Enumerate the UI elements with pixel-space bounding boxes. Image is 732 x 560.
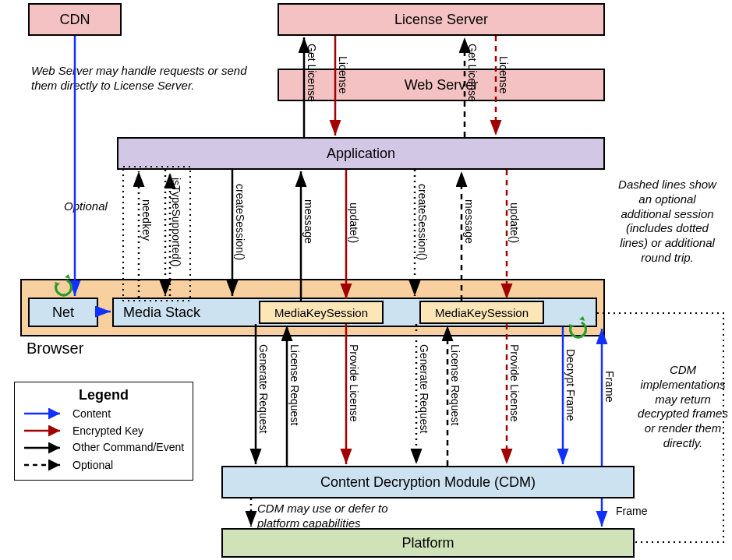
provide-license-1-label: Provide License xyxy=(348,344,360,422)
license-2-label: License xyxy=(497,56,510,93)
platform-box: Platform xyxy=(221,528,635,558)
update-2-label: update() xyxy=(508,203,521,243)
legend-content-label: Content xyxy=(72,407,111,420)
createsession-2-label: createSession() xyxy=(416,184,429,260)
legend-optional-label: Optional xyxy=(72,459,113,471)
cdn-label: CDN xyxy=(60,12,90,28)
web-server-note: Web Server may handle requests or send t… xyxy=(31,64,265,93)
legend-encrypted-key-label: Encrypted Key xyxy=(72,424,143,437)
net-box: Net xyxy=(28,298,98,327)
media-key-session-1: MediaKeySession xyxy=(259,301,384,324)
platform-label: Platform xyxy=(401,535,454,551)
application-label: Application xyxy=(327,146,395,162)
cdm-impl-note: CDM implementations may return decrypted… xyxy=(636,363,730,451)
update-1-label: update() xyxy=(348,203,360,243)
cdm-defer-note: CDM may use or defer to platform capabil… xyxy=(257,502,398,531)
optional-note: Optional xyxy=(64,199,108,214)
generate-request-1-label: Generate Request xyxy=(257,344,270,433)
mks2-label: MediaKeySession xyxy=(435,306,529,319)
frame-up-label: Frame xyxy=(603,371,616,402)
application-box: Application xyxy=(117,137,605,170)
license-request-2-label: License Request xyxy=(449,344,461,425)
istypesupported-label: isTypeSupported() xyxy=(170,178,182,266)
get-license-1-label: Get License xyxy=(306,44,318,102)
message-2-label: message xyxy=(463,199,476,244)
message-1-label: message xyxy=(302,199,315,244)
license-server-box: License Server xyxy=(278,3,605,36)
decrypt-frame-label: Decrypt Frame xyxy=(564,349,577,421)
dashed-note: Dashed lines show an optional additional… xyxy=(613,178,722,266)
license-1-label: License xyxy=(337,56,349,93)
license-request-1-label: License Request xyxy=(288,344,301,425)
media-key-session-2: MediaKeySession xyxy=(419,301,544,324)
legend-box: Legend Content Encrypted Key Other Comma… xyxy=(14,382,193,481)
legend-other-label: Other Command/Event xyxy=(72,442,184,453)
legend-title: Legend xyxy=(23,387,185,403)
generate-request-2-label: Generate Request xyxy=(418,344,430,433)
web-server-box: Web Server xyxy=(278,69,605,101)
legend-row-content: Content xyxy=(23,407,185,421)
license-server-label: License Server xyxy=(394,12,488,28)
media-stack-label: Media Stack xyxy=(123,305,200,321)
legend-row-encrypted-key: Encrypted Key xyxy=(23,424,185,438)
net-label: Net xyxy=(52,305,74,321)
browser-label: Browser xyxy=(27,340,83,357)
mks1-label: MediaKeySession xyxy=(274,306,368,319)
legend-row-optional: Optional xyxy=(23,458,185,472)
cdm-label: Content Decryption Module (CDM) xyxy=(320,474,536,491)
needkey-label: needkey xyxy=(140,199,153,241)
createsession-1-label: createSession() xyxy=(234,184,246,260)
cdm-box: Content Decryption Module (CDM) xyxy=(221,466,635,498)
frame-down-label: Frame xyxy=(616,505,647,517)
get-license-2-label: Get License xyxy=(466,44,479,102)
provide-license-2-label: Provide License xyxy=(508,344,521,422)
cdn-box: CDN xyxy=(28,3,122,36)
legend-row-other: Other Command/Event xyxy=(23,441,185,455)
